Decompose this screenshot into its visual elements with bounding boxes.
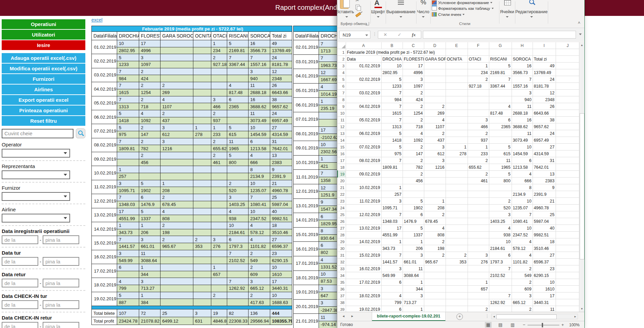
row-header-15[interactable]: 15: [338, 144, 346, 150]
cell-J6[interactable]: [556, 83, 580, 90]
cell-J12[interactable]: [556, 123, 580, 130]
cell-D38[interactable]: [424, 299, 446, 306]
cell-E3[interactable]: [446, 63, 468, 69]
row-header-30[interactable]: 30: [338, 245, 346, 252]
cell-C35[interactable]: 1: [403, 279, 424, 286]
cell-A24[interactable]: [346, 205, 381, 211]
cell-G26[interactable]: 1403.25: [489, 218, 512, 225]
cell-C38[interactable]: 713.27: [403, 299, 424, 306]
cell-B31[interactable]: 7: [381, 252, 403, 259]
cell-G38[interactable]: 1262.92: [489, 299, 512, 306]
row-header-18[interactable]: 18: [338, 164, 346, 171]
row-header-9[interactable]: 9: [338, 103, 346, 110]
cell-E38[interactable]: [446, 299, 468, 306]
cell-F26[interactable]: [468, 218, 489, 225]
row-header-20[interactable]: 20: [338, 178, 346, 184]
cell-D15[interactable]: 3: [424, 144, 446, 150]
vertical-scroll-thumb[interactable]: [580, 113, 584, 259]
cell-E12[interactable]: [446, 123, 468, 130]
cell-H4[interactable]: 3566.73: [512, 69, 533, 76]
cell-B18[interactable]: 1809.81: [381, 164, 403, 171]
cell-G32[interactable]: 1797.3: [489, 259, 512, 265]
cell-J19[interactable]: [556, 171, 580, 178]
cell-E27[interactable]: [446, 225, 468, 232]
cell-H35[interactable]: 2: [512, 279, 533, 286]
cell-H5[interactable]: 7: [512, 76, 533, 83]
cell-G15[interactable]: 5: [489, 144, 512, 150]
cell-A31[interactable]: 15.02.2019: [346, 252, 381, 259]
cell-D36[interactable]: [424, 286, 446, 292]
dialog-launcher-icon[interactable]: [366, 22, 369, 25]
cell-I6[interactable]: 8181.78: [533, 83, 556, 90]
cell-A2[interactable]: Data: [346, 56, 381, 63]
row-header-12[interactable]: 12: [338, 123, 346, 130]
cell-A27[interactable]: 13.02.2019: [346, 225, 381, 232]
row-header-38[interactable]: 38: [338, 299, 346, 306]
editing-group[interactable]: Редактирование: [515, 0, 548, 28]
cell-G29[interactable]: 10: [489, 238, 512, 245]
cell-E28[interactable]: [446, 232, 468, 238]
cell-D35[interactable]: [424, 279, 446, 286]
cell-F17[interactable]: 2: [468, 157, 489, 164]
row-header-28[interactable]: 28: [338, 232, 346, 238]
cell-C30[interactable]: 206: [403, 245, 424, 252]
sidebar-nav-iesire[interactable]: Iesire: [2, 40, 85, 50]
cell-D34[interactable]: [424, 272, 446, 279]
cell-F12[interactable]: 466: [468, 123, 489, 130]
cell-H17[interactable]: 6: [512, 157, 533, 164]
vertical-scrollbar[interactable]: ▲ ▼: [579, 42, 584, 312]
cell-F33[interactable]: [468, 265, 489, 272]
number-group[interactable]: % Число: [416, 0, 430, 28]
cancel-icon[interactable]: ✕: [384, 32, 387, 37]
cell-I3[interactable]: 49: [533, 63, 556, 69]
row-header-23[interactable]: 23: [338, 198, 346, 205]
cell-G25[interactable]: 3: [489, 211, 512, 218]
cell-B9[interactable]: 7: [381, 103, 403, 110]
cell-A11[interactable]: 05.02.2019: [346, 117, 381, 123]
cell-I24[interactable]: 4960.78: [533, 205, 556, 211]
sidebar-action-printeaza-operatiuni[interactable]: Printeaza operatiuni: [2, 106, 85, 115]
row-header-11[interactable]: 11: [338, 117, 346, 123]
cell-E7[interactable]: [446, 90, 468, 96]
cell-H27[interactable]: 10: [512, 225, 533, 232]
cell-J7[interactable]: [556, 90, 580, 96]
cell-J25[interactable]: [556, 211, 580, 218]
cell-A22[interactable]: [346, 191, 381, 198]
cell-D13[interactable]: 2: [424, 130, 446, 137]
select-operator[interactable]: [2, 149, 70, 158]
cell-I38[interactable]: 3440.31: [533, 299, 556, 306]
cell-B2[interactable]: DROCHIA: [381, 56, 403, 63]
row-header-33[interactable]: 33: [338, 265, 346, 272]
cell-E21[interactable]: [446, 184, 468, 191]
cell-G10[interactable]: 817.48: [489, 110, 512, 117]
cell-C31[interactable]: 3: [403, 252, 424, 259]
cell-H18[interactable]: 1213.58: [512, 164, 533, 171]
cell-F31[interactable]: 3: [468, 252, 489, 259]
cell-B32[interactable]: 1441.57: [381, 259, 403, 265]
cell-I35[interactable]: 10: [533, 279, 556, 286]
cell-H24[interactable]: 1235.07: [512, 205, 533, 211]
cell-F30[interactable]: [468, 245, 489, 252]
row-header-8[interactable]: 8: [338, 96, 346, 103]
row-header-32[interactable]: 32: [338, 259, 346, 265]
cell-D5[interactable]: [424, 76, 446, 83]
cell-G1[interactable]: [489, 49, 512, 56]
cell-B21[interactable]: 1: [381, 184, 403, 191]
cell-H2[interactable]: SOROCA: [512, 56, 533, 63]
cell-J18[interactable]: [556, 164, 580, 171]
cell-D27[interactable]: 4: [424, 225, 446, 232]
cell-H16[interactable]: 1454.59: [512, 150, 533, 157]
cell-A34[interactable]: [346, 272, 381, 279]
cell-B19[interactable]: [381, 171, 403, 178]
cell-J9[interactable]: [556, 103, 580, 110]
formula-input[interactable]: [423, 31, 576, 39]
sidebar-action-adauga-operatii-excel-csv[interactable]: Adauga operatii excel(.csv): [2, 53, 85, 63]
cell-J8[interactable]: [556, 96, 580, 103]
cell-F37[interactable]: [468, 292, 489, 299]
cell-J35[interactable]: [556, 279, 580, 286]
cell-E23[interactable]: [446, 198, 468, 205]
cell-G7[interactable]: [489, 90, 512, 96]
select-reprezentanta[interactable]: [2, 170, 70, 179]
cell-D20[interactable]: [424, 178, 446, 184]
cell-C25[interactable]: 6: [403, 211, 424, 218]
